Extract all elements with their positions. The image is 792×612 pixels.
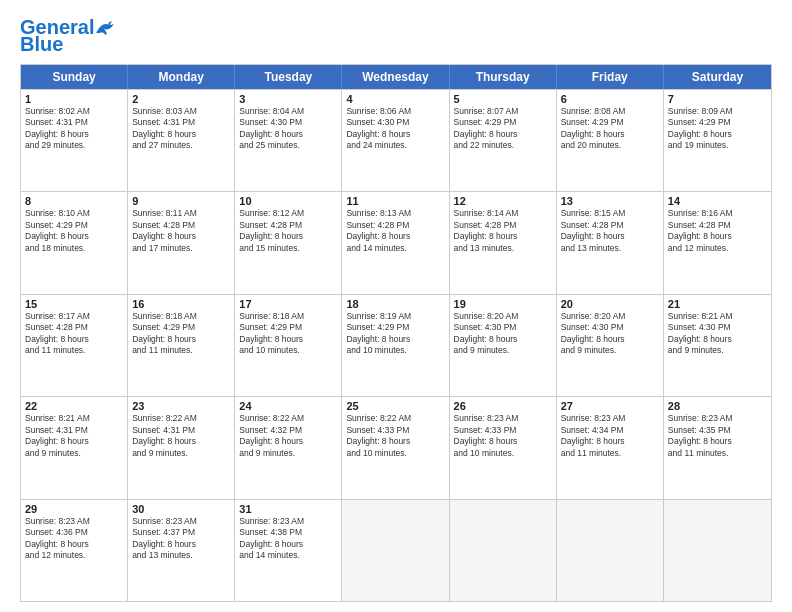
cell-info: Sunrise: 8:13 AM [346,208,444,219]
daylight-line2: and 9 minutes. [239,448,337,459]
daylight-line2: and 11 minutes. [25,345,123,356]
day-cell-13: 13Sunrise: 8:15 AMSunset: 4:28 PMDayligh… [557,192,664,293]
day-cell-23: 23Sunrise: 8:22 AMSunset: 4:31 PMDayligh… [128,397,235,498]
cell-info: Sunrise: 8:21 AM [668,311,767,322]
cell-info: Sunset: 4:28 PM [561,220,659,231]
daylight-line2: and 9 minutes. [25,448,123,459]
daylight-line1: Daylight: 8 hours [454,231,552,242]
cell-info: Sunrise: 8:21 AM [25,413,123,424]
cell-info: Sunrise: 8:08 AM [561,106,659,117]
daylight-line1: Daylight: 8 hours [239,436,337,447]
cell-info: Sunset: 4:33 PM [454,425,552,436]
daylight-line2: and 11 minutes. [668,448,767,459]
day-cell-17: 17Sunrise: 8:18 AMSunset: 4:29 PMDayligh… [235,295,342,396]
day-cell-4: 4Sunrise: 8:06 AMSunset: 4:30 PMDaylight… [342,90,449,191]
daylight-line2: and 11 minutes. [561,448,659,459]
cell-info: Sunset: 4:29 PM [668,117,767,128]
logo: General Blue [20,16,116,56]
daylight-line2: and 24 minutes. [346,140,444,151]
day-number: 21 [668,298,767,310]
day-number: 11 [346,195,444,207]
cell-info: Sunrise: 8:03 AM [132,106,230,117]
cell-info: Sunset: 4:30 PM [454,322,552,333]
day-number: 12 [454,195,552,207]
day-number: 14 [668,195,767,207]
daylight-line2: and 13 minutes. [561,243,659,254]
daylight-line1: Daylight: 8 hours [668,231,767,242]
daylight-line2: and 9 minutes. [668,345,767,356]
cell-info: Sunset: 4:31 PM [25,425,123,436]
cell-info: Sunset: 4:30 PM [561,322,659,333]
daylight-line2: and 22 minutes. [454,140,552,151]
day-header-saturday: Saturday [664,65,771,89]
daylight-line2: and 13 minutes. [454,243,552,254]
logo-bird-icon [94,19,116,37]
day-cell-9: 9Sunrise: 8:11 AMSunset: 4:28 PMDaylight… [128,192,235,293]
day-number: 22 [25,400,123,412]
cell-info: Sunset: 4:38 PM [239,527,337,538]
daylight-line1: Daylight: 8 hours [561,436,659,447]
cell-info: Sunrise: 8:18 AM [239,311,337,322]
daylight-line1: Daylight: 8 hours [239,231,337,242]
day-cell-15: 15Sunrise: 8:17 AMSunset: 4:28 PMDayligh… [21,295,128,396]
cell-info: Sunrise: 8:16 AM [668,208,767,219]
cell-info: Sunset: 4:29 PM [25,220,123,231]
day-cell-25: 25Sunrise: 8:22 AMSunset: 4:33 PMDayligh… [342,397,449,498]
cell-info: Sunset: 4:29 PM [132,322,230,333]
day-number: 10 [239,195,337,207]
daylight-line1: Daylight: 8 hours [668,436,767,447]
day-number: 6 [561,93,659,105]
daylight-line2: and 13 minutes. [132,550,230,561]
daylight-line1: Daylight: 8 hours [668,334,767,345]
calendar-header: SundayMondayTuesdayWednesdayThursdayFrid… [21,65,771,89]
day-number: 8 [25,195,123,207]
daylight-line2: and 10 minutes. [346,448,444,459]
daylight-line1: Daylight: 8 hours [239,539,337,550]
cell-info: Sunset: 4:29 PM [454,117,552,128]
cell-info: Sunrise: 8:18 AM [132,311,230,322]
daylight-line2: and 9 minutes. [561,345,659,356]
daylight-line1: Daylight: 8 hours [132,539,230,550]
day-cell-8: 8Sunrise: 8:10 AMSunset: 4:29 PMDaylight… [21,192,128,293]
day-number: 5 [454,93,552,105]
day-cell-1: 1Sunrise: 8:02 AMSunset: 4:31 PMDaylight… [21,90,128,191]
day-cell-10: 10Sunrise: 8:12 AMSunset: 4:28 PMDayligh… [235,192,342,293]
daylight-line2: and 18 minutes. [25,243,123,254]
day-number: 9 [132,195,230,207]
day-cell-2: 2Sunrise: 8:03 AMSunset: 4:31 PMDaylight… [128,90,235,191]
day-cell-28: 28Sunrise: 8:23 AMSunset: 4:35 PMDayligh… [664,397,771,498]
daylight-line1: Daylight: 8 hours [668,129,767,140]
day-cell-22: 22Sunrise: 8:21 AMSunset: 4:31 PMDayligh… [21,397,128,498]
daylight-line2: and 9 minutes. [132,448,230,459]
cell-info: Sunset: 4:30 PM [668,322,767,333]
daylight-line2: and 29 minutes. [25,140,123,151]
cell-info: Sunset: 4:31 PM [132,117,230,128]
empty-cell [450,500,557,601]
day-number: 19 [454,298,552,310]
cell-info: Sunset: 4:34 PM [561,425,659,436]
daylight-line2: and 10 minutes. [346,345,444,356]
daylight-line1: Daylight: 8 hours [25,231,123,242]
logo-blue: Blue [20,33,63,56]
day-header-monday: Monday [128,65,235,89]
day-number: 23 [132,400,230,412]
cell-info: Sunset: 4:30 PM [346,117,444,128]
daylight-line2: and 10 minutes. [239,345,337,356]
day-number: 24 [239,400,337,412]
daylight-line2: and 17 minutes. [132,243,230,254]
cell-info: Sunset: 4:28 PM [346,220,444,231]
cell-info: Sunset: 4:35 PM [668,425,767,436]
day-cell-30: 30Sunrise: 8:23 AMSunset: 4:37 PMDayligh… [128,500,235,601]
day-cell-7: 7Sunrise: 8:09 AMSunset: 4:29 PMDaylight… [664,90,771,191]
cell-info: Sunset: 4:33 PM [346,425,444,436]
cell-info: Sunset: 4:29 PM [346,322,444,333]
cell-info: Sunrise: 8:20 AM [454,311,552,322]
cell-info: Sunrise: 8:02 AM [25,106,123,117]
daylight-line1: Daylight: 8 hours [346,231,444,242]
day-cell-29: 29Sunrise: 8:23 AMSunset: 4:36 PMDayligh… [21,500,128,601]
calendar-row-5: 29Sunrise: 8:23 AMSunset: 4:36 PMDayligh… [21,499,771,601]
day-number: 2 [132,93,230,105]
daylight-line1: Daylight: 8 hours [132,436,230,447]
daylight-line2: and 12 minutes. [668,243,767,254]
cell-info: Sunset: 4:32 PM [239,425,337,436]
